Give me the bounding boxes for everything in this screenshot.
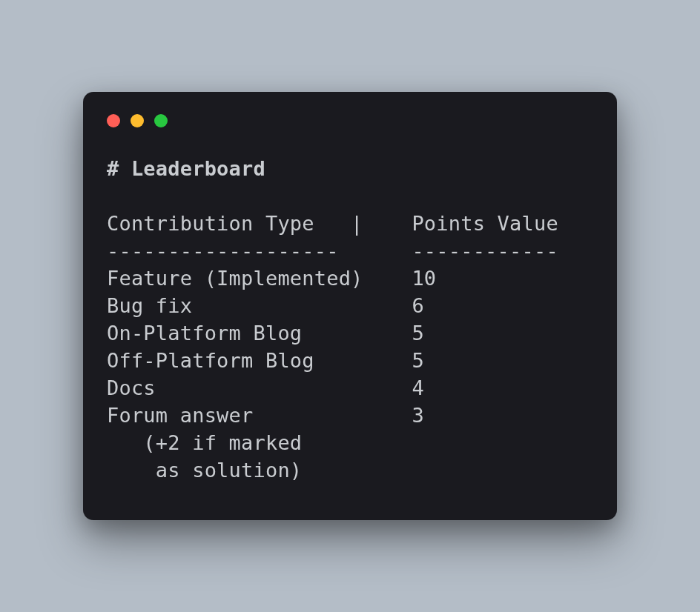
close-icon[interactable] <box>107 114 120 127</box>
col-header-points: Points Value <box>412 212 558 235</box>
heading: # Leaderboard <box>107 157 265 180</box>
footnote-line: as solution) <box>107 459 302 482</box>
col-header-type: Contribution Type | <box>107 212 363 235</box>
table-rule: ------------------- ------------ <box>107 239 558 262</box>
terminal-window: # Leaderboard Contribution Type | Points… <box>83 92 617 520</box>
window-titlebar <box>107 114 593 127</box>
terminal-content: # Leaderboard Contribution Type | Points… <box>107 156 593 485</box>
footnote-line: (+2 if marked <box>107 431 302 454</box>
table-header: Contribution Type | Points Value <box>107 212 558 235</box>
minimize-icon[interactable] <box>131 114 144 127</box>
zoom-icon[interactable] <box>154 114 168 127</box>
table-body: Feature (Implemented) 10 Bug fix 6 On-Pl… <box>107 267 436 427</box>
